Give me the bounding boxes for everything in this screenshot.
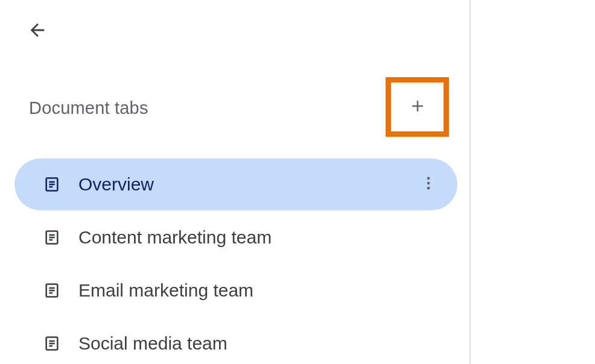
svg-point-5 xyxy=(427,182,430,185)
document-icon xyxy=(43,176,60,193)
tab-item-content-marketing-team[interactable]: Content marketing team xyxy=(14,212,457,263)
back-arrow-icon xyxy=(27,20,48,43)
tab-item-social-media-team[interactable]: Social media team xyxy=(14,318,457,364)
tab-overflow-button[interactable] xyxy=(416,172,441,196)
tab-label: Content marketing team xyxy=(78,227,441,248)
highlight-box xyxy=(386,77,449,137)
svg-point-4 xyxy=(427,177,430,180)
plus-icon xyxy=(409,97,427,118)
document-icon xyxy=(43,229,60,246)
document-icon xyxy=(43,282,60,299)
tab-list: Overview Content marketing team xyxy=(14,158,457,364)
tab-label: Email marketing team xyxy=(78,280,441,301)
tab-label: Overview xyxy=(78,174,416,195)
add-tab-button[interactable] xyxy=(406,95,430,119)
tab-label: Social media team xyxy=(78,333,441,354)
document-tabs-panel: Document tabs Overview xyxy=(0,0,471,364)
svg-point-6 xyxy=(427,187,430,190)
section-title: Document tabs xyxy=(29,98,148,118)
tab-item-email-marketing-team[interactable]: Email marketing team xyxy=(14,265,457,316)
panel-header: Document tabs xyxy=(14,80,457,137)
document-icon xyxy=(43,335,60,352)
more-vert-icon xyxy=(420,175,437,194)
back-button[interactable] xyxy=(23,17,52,46)
tab-item-overview[interactable]: Overview xyxy=(14,158,457,210)
